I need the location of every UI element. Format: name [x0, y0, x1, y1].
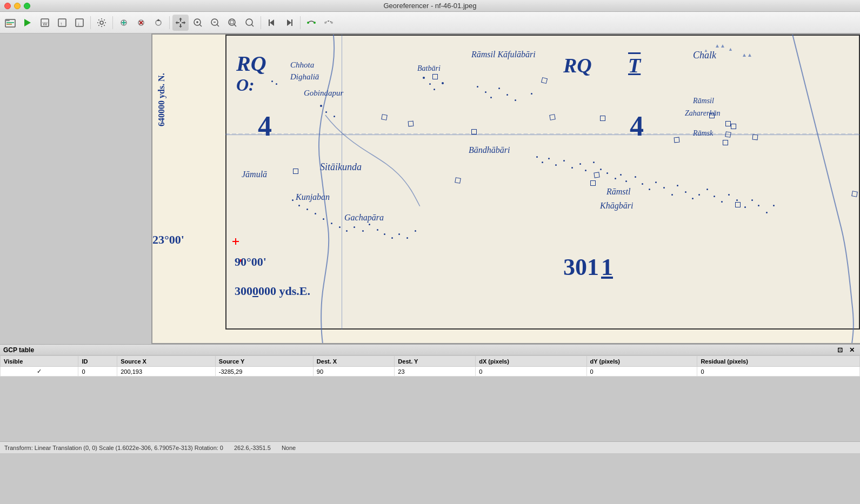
- svg-marker-32: [270, 19, 274, 26]
- col-residual: Residual (pixels): [697, 356, 860, 367]
- cell-residual: 0: [697, 367, 860, 377]
- start-georef-button[interactable]: [19, 15, 36, 31]
- coords-display: 262.6,-3351.5: [234, 445, 271, 451]
- map-row: 640000 yds. N. RQ O: Chhota Dighaliā Gob…: [0, 33, 860, 344]
- window-title: Georeferencer - nf-46-01.jpeg: [384, 2, 477, 10]
- svg-point-36: [307, 22, 309, 24]
- zoom-in-button[interactable]: [190, 15, 206, 31]
- col-dx: dX (pixels): [476, 356, 586, 367]
- svg-line-26: [217, 24, 219, 26]
- zoom-out-button[interactable]: [207, 15, 223, 31]
- svg-text:↑: ↑: [60, 21, 63, 26]
- minimize-button[interactable]: [14, 3, 21, 9]
- window-buttons: [4, 3, 30, 9]
- gcp-controls: ⊡ ✕: [835, 346, 857, 354]
- crs-display: None: [282, 445, 296, 451]
- cell-visible: ✓: [1, 367, 78, 377]
- svg-line-28: [235, 24, 237, 26]
- load-gcp-button[interactable]: ↑: [54, 15, 70, 31]
- map-canvas[interactable]: 640000 yds. N. RQ O: Chhota Dighaliā Gob…: [151, 33, 860, 344]
- gcp-close-icon[interactable]: ✕: [847, 346, 857, 354]
- svg-rect-1: [5, 19, 10, 21]
- svg-line-31: [252, 24, 254, 26]
- link-georef-button[interactable]: [303, 15, 319, 31]
- col-dest-y: Dest. Y: [395, 356, 476, 367]
- statusbar: Transform: Linear Translation (0, 0) Sca…: [0, 441, 860, 453]
- svg-point-30: [246, 19, 252, 25]
- open-raster-button[interactable]: [2, 15, 18, 31]
- svg-marker-34: [287, 19, 291, 26]
- toolbar-sep-4: [261, 16, 261, 29]
- close-button[interactable]: [4, 3, 11, 9]
- svg-marker-4: [24, 19, 31, 26]
- maximize-button[interactable]: [24, 3, 30, 9]
- toolbar-sep-1: [90, 16, 91, 29]
- cell-dy: 0: [586, 367, 697, 377]
- cell-id: 0: [78, 367, 117, 377]
- titlebar: Georeferencer - nf-46-01.jpeg: [0, 0, 860, 12]
- col-id: ID: [78, 356, 117, 367]
- left-panel: [0, 33, 151, 344]
- delete-point-button[interactable]: [133, 15, 149, 31]
- toolbar: W ↑ ↓: [0, 12, 860, 33]
- cell-dest-x: 90: [313, 367, 395, 377]
- svg-rect-2: [6, 22, 14, 23]
- gcp-panel: GCP table ⊡ ✕ Visible ID Source X Source…: [0, 344, 860, 441]
- zoom-next-button[interactable]: [281, 15, 297, 31]
- svg-text:W: W: [43, 21, 48, 26]
- save-gcp-button[interactable]: ↓: [71, 15, 88, 31]
- unlink-georef-button[interactable]: [321, 15, 337, 31]
- gcp-panel-title: GCP table: [3, 346, 34, 354]
- col-source-x: Source X: [117, 356, 216, 367]
- col-dy: dY (pixels): [586, 356, 697, 367]
- cell-dest-y: 23: [395, 367, 476, 377]
- zoom-last-button[interactable]: [264, 15, 280, 31]
- gcp-dock-icon[interactable]: ⊡: [835, 346, 845, 354]
- svg-rect-33: [269, 19, 270, 26]
- cell-source-x: 200,193: [117, 367, 216, 377]
- table-row[interactable]: ✓ 0 200,193 -3285,29 90 23 0 0 0: [1, 367, 860, 377]
- zoom-layer-button[interactable]: [242, 15, 258, 31]
- svg-point-38: [324, 22, 326, 24]
- svg-point-39: [331, 22, 333, 24]
- svg-text:↓: ↓: [77, 21, 80, 26]
- svg-rect-3: [6, 24, 12, 25]
- gcp-table: Visible ID Source X Source Y Dest. X Des…: [0, 355, 860, 377]
- svg-rect-35: [291, 19, 292, 26]
- toolbar-sep-5: [300, 16, 301, 29]
- svg-point-27: [229, 19, 235, 25]
- gcp-empty-area: [0, 377, 860, 441]
- svg-point-37: [314, 22, 316, 24]
- svg-rect-29: [230, 21, 234, 24]
- settings-button[interactable]: [94, 15, 110, 31]
- pan-button[interactable]: [172, 15, 189, 31]
- svg-line-23: [200, 24, 202, 26]
- svg-point-11: [100, 21, 103, 24]
- move-gcp-button[interactable]: [150, 15, 166, 31]
- generate-world-button[interactable]: W: [37, 15, 53, 31]
- cell-dx: 0: [476, 367, 586, 377]
- add-point-button[interactable]: [116, 15, 132, 31]
- cell-source-y: -3285,29: [215, 367, 313, 377]
- zoom-full-button[interactable]: [224, 15, 241, 31]
- toolbar-sep-2: [112, 16, 113, 29]
- col-dest-x: Dest. X: [313, 356, 395, 367]
- col-visible: Visible: [1, 356, 78, 367]
- toolbar-sep-3: [169, 16, 170, 29]
- col-source-y: Source Y: [215, 356, 313, 367]
- gcp-titlebar: GCP table ⊡ ✕: [0, 345, 860, 355]
- gcp-tbody: ✓ 0 200,193 -3285,29 90 23 0 0 0: [1, 367, 860, 377]
- transform-info: Transform: Linear Translation (0, 0) Sca…: [4, 445, 223, 451]
